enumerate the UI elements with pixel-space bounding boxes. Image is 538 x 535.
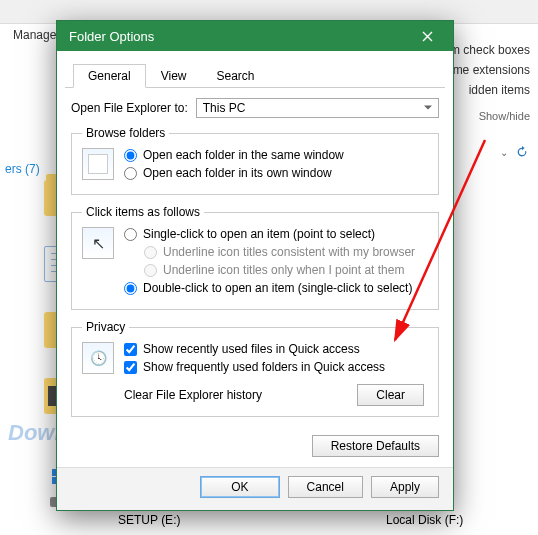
underline-browser-option: Underline icon titles consistent with my… bbox=[144, 245, 428, 259]
frequent-folders-option[interactable]: Show frequently used folders in Quick ac… bbox=[124, 360, 428, 374]
browse-icon bbox=[82, 148, 114, 180]
underline-point-option: Underline icon titles only when I point … bbox=[144, 263, 428, 277]
single-click-radio[interactable] bbox=[124, 228, 137, 241]
browse-same-window[interactable]: Open each folder in the same window bbox=[124, 148, 428, 162]
browse-legend: Browse folders bbox=[82, 126, 169, 140]
click-items-group: Click items as follows Single-click to o… bbox=[71, 205, 439, 310]
underline-point-radio bbox=[144, 264, 157, 277]
ok-button[interactable]: OK bbox=[200, 476, 279, 498]
folder-options-dialog: Folder Options General View Search Open … bbox=[56, 20, 454, 511]
browse-same-radio[interactable] bbox=[124, 149, 137, 162]
privacy-group: Privacy Show recently used files in Quic… bbox=[71, 320, 439, 417]
open-explorer-dropdown[interactable]: This PC bbox=[196, 98, 439, 118]
tab-strip: General View Search bbox=[65, 57, 445, 88]
double-click-radio[interactable] bbox=[124, 282, 137, 295]
folders-count: ers (7) bbox=[5, 162, 40, 176]
tab-view[interactable]: View bbox=[146, 64, 202, 88]
chevron-down-icon[interactable]: ⌄ bbox=[500, 147, 508, 158]
refresh-icon[interactable] bbox=[514, 144, 530, 160]
tab-search[interactable]: Search bbox=[202, 64, 270, 88]
single-click-option[interactable]: Single-click to open an item (point to s… bbox=[124, 227, 428, 241]
cancel-button[interactable]: Cancel bbox=[288, 476, 363, 498]
tab-general[interactable]: General bbox=[73, 64, 146, 88]
browse-own-radio[interactable] bbox=[124, 167, 137, 180]
privacy-icon bbox=[82, 342, 114, 374]
browse-own-window[interactable]: Open each folder in its own window bbox=[124, 166, 428, 180]
click-legend: Click items as follows bbox=[82, 205, 204, 219]
clear-history-label: Clear File Explorer history bbox=[124, 388, 262, 402]
drive-label-1[interactable]: SETUP (E:) bbox=[118, 513, 180, 527]
drive-label-2[interactable]: Local Disk (F:) bbox=[386, 513, 463, 527]
browse-folders-group: Browse folders Open each folder in the s… bbox=[71, 126, 439, 195]
dialog-titlebar[interactable]: Folder Options bbox=[57, 21, 453, 51]
recent-files-checkbox[interactable] bbox=[124, 343, 137, 356]
recent-files-option[interactable]: Show recently used files in Quick access bbox=[124, 342, 428, 356]
frequent-folders-checkbox[interactable] bbox=[124, 361, 137, 374]
close-button[interactable] bbox=[409, 24, 445, 48]
open-explorer-label: Open File Explorer to: bbox=[71, 101, 188, 115]
click-icon bbox=[82, 227, 114, 259]
double-click-option[interactable]: Double-click to open an item (single-cli… bbox=[124, 281, 428, 295]
restore-defaults-button[interactable]: Restore Defaults bbox=[312, 435, 439, 457]
underline-browser-radio bbox=[144, 246, 157, 259]
privacy-legend: Privacy bbox=[82, 320, 129, 334]
clear-button[interactable]: Clear bbox=[357, 384, 424, 406]
dialog-buttons: OK Cancel Apply bbox=[57, 467, 453, 510]
dialog-title: Folder Options bbox=[69, 29, 154, 44]
apply-button[interactable]: Apply bbox=[371, 476, 439, 498]
